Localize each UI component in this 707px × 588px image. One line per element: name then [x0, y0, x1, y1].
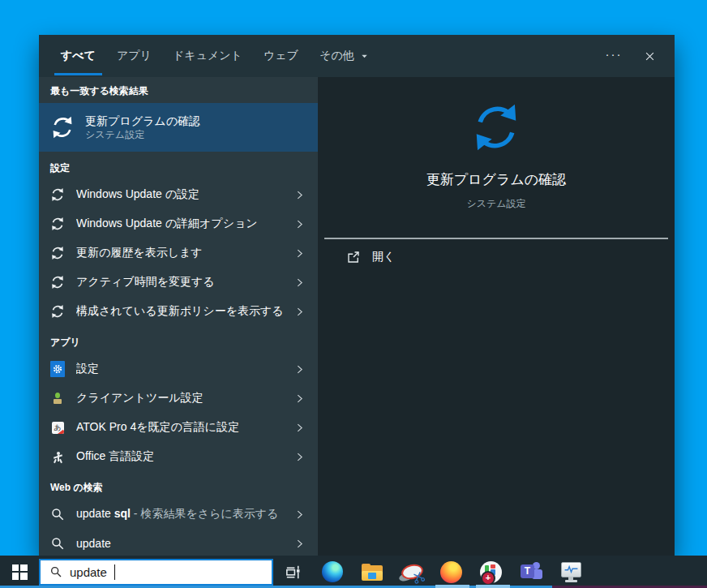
results-panel: 最も一致する検索結果 更新プログラムの確認 システム設定 設定 Windows … [39, 77, 318, 556]
chevron-right-icon [294, 219, 305, 230]
result-client-tools[interactable]: クライアントツール設定 [39, 384, 318, 413]
chevron-right-icon [294, 248, 305, 259]
file-explorer-icon [362, 564, 383, 581]
text-caret [114, 564, 115, 580]
teams-icon: T [519, 561, 542, 582]
sync-icon [50, 115, 75, 139]
web-section-header: Web の検索 [39, 471, 318, 500]
chevron-right-icon [294, 509, 305, 520]
search-icon [49, 565, 62, 578]
tab-apps-label: アプリ [117, 49, 152, 63]
web-suggestion-label: update [76, 537, 283, 550]
best-match-subtitle: システム設定 [85, 129, 200, 142]
tab-more-label: その他 [319, 49, 354, 63]
tab-documents[interactable]: ドキュメント [162, 35, 253, 77]
best-match-header: 最も一致する検索結果 [39, 77, 318, 103]
search-tabbar: すべて アプリ ドキュメント ウェブ その他 ··· [39, 35, 675, 77]
result-windows-update-advanced[interactable]: Windows Update の詳細オプション [39, 209, 318, 238]
result-atok[interactable]: あ ATOK Pro 4を既定の言語に設定 [39, 413, 318, 442]
result-label: 設定 [76, 362, 283, 376]
close-icon [644, 50, 656, 62]
best-match-text: 更新プログラムの確認 システム設定 [85, 114, 200, 141]
taskbar: update + T [0, 556, 707, 588]
open-action-label: 開く [372, 250, 395, 264]
chevron-right-icon [294, 539, 305, 549]
task-view-icon [284, 563, 302, 582]
result-label: Windows Update の詳細オプション [76, 217, 283, 231]
tab-all[interactable]: すべて [50, 35, 106, 77]
search-icon [50, 536, 65, 551]
tab-more[interactable]: その他 [309, 35, 379, 77]
task-view-button[interactable] [273, 556, 312, 588]
web-suggestion-update-sql[interactable]: update sql - 検索結果をさらに表示する [39, 500, 318, 529]
chevron-right-icon [294, 307, 305, 317]
tab-web[interactable]: ウェブ [253, 35, 309, 77]
taskbar-item-badge-app[interactable]: + [471, 556, 511, 588]
edge-icon [322, 561, 343, 582]
best-match-title: 更新プログラムの確認 [85, 114, 200, 129]
taskbar-search-input[interactable]: update [39, 559, 273, 586]
snipping-tool-icon [399, 562, 424, 582]
search-input-value: update [70, 565, 107, 579]
best-match-result[interactable]: 更新プログラムの確認 システム設定 [39, 103, 318, 152]
sync-icon [50, 187, 65, 202]
preview-panel: 更新プログラムの確認 システム設定 開く [318, 77, 675, 556]
badge-app-icon: + [480, 561, 502, 583]
chevron-right-icon [294, 423, 305, 433]
result-active-hours[interactable]: アクティブ時間を変更する [39, 268, 318, 297]
open-action[interactable]: 開く [346, 250, 395, 264]
plus-badge-icon: + [481, 571, 495, 586]
ellipsis-icon: ··· [606, 47, 623, 61]
chevron-right-icon [294, 190, 305, 200]
atok-icon: あ [50, 420, 65, 435]
gear-icon [52, 363, 63, 375]
tabbar-actions: ··· [602, 35, 675, 77]
close-button[interactable] [637, 44, 662, 68]
web-suggestion-update[interactable]: update [39, 529, 318, 556]
search-content: 最も一致する検索結果 更新プログラムの確認 システム設定 設定 Windows … [39, 77, 675, 556]
result-label: Office 言語設定 [76, 449, 283, 464]
badge-app-running-indicator [476, 585, 510, 588]
chevron-right-icon [294, 364, 305, 375]
windows-logo-icon [12, 564, 28, 580]
result-windows-update-settings[interactable]: Windows Update の設定 [39, 180, 318, 209]
preview-divider [324, 238, 668, 239]
result-update-history[interactable]: 更新の履歴を表示します [39, 238, 318, 268]
tab-web-label: ウェブ [264, 49, 298, 63]
sync-icon-large [470, 101, 522, 153]
taskbar-item-teams[interactable]: T [511, 556, 551, 588]
taskbar-item-system-monitor[interactable] [551, 556, 590, 588]
firefox-icon [440, 561, 462, 583]
chevron-down-icon [360, 52, 369, 61]
settings-gear-icon [50, 362, 65, 376]
preview-subtitle: システム設定 [466, 197, 525, 211]
sync-icon [50, 217, 65, 231]
preview-title: 更新プログラムの確認 [426, 170, 566, 189]
search-icon [50, 507, 65, 521]
taskbar-item-edge[interactable] [312, 556, 352, 588]
result-settings-app[interactable]: 設定 [39, 354, 318, 384]
taskbar-item-firefox[interactable] [431, 556, 471, 588]
firefox-running-indicator [435, 585, 469, 588]
system-monitor-icon [559, 561, 582, 583]
result-office-language[interactable]: Office 言語設定 [39, 442, 318, 471]
start-button[interactable] [0, 556, 39, 588]
client-tools-icon [50, 391, 65, 406]
result-label: 構成されている更新ポリシーを表示する [76, 304, 283, 319]
taskbar-item-snipping-tool[interactable] [392, 556, 431, 588]
result-label: ATOK Pro 4を既定の言語に設定 [76, 420, 283, 435]
sync-icon [50, 246, 65, 260]
settings-section-header: 設定 [39, 152, 318, 180]
chevron-right-icon [294, 452, 305, 462]
waveform-icon [563, 564, 579, 574]
tab-apps[interactable]: アプリ [106, 35, 162, 77]
sync-icon [50, 275, 65, 290]
options-button[interactable]: ··· [602, 44, 626, 68]
tab-all-label: すべて [61, 49, 96, 63]
chevron-right-icon [294, 277, 305, 288]
taskbar-item-file-explorer[interactable] [352, 556, 392, 588]
result-update-policies[interactable]: 構成されている更新ポリシーを表示する [39, 297, 318, 326]
sync-icon [50, 304, 65, 319]
search-flyout: すべて アプリ ドキュメント ウェブ その他 ··· 最も一致する検索結果 更新… [39, 35, 675, 556]
office-language-icon [50, 449, 65, 464]
